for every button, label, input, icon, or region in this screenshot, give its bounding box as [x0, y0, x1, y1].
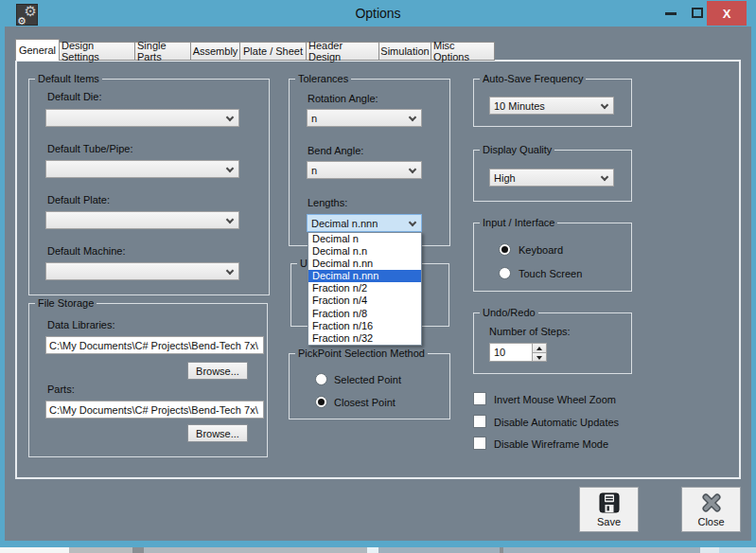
disable-wireframe-mode-checkbox[interactable]: [473, 437, 486, 450]
lengths-combobox[interactable]: Decimal n.nnn: [307, 214, 422, 232]
tab-general[interactable]: General: [15, 39, 60, 61]
close-button-label: Close: [697, 516, 724, 527]
rotation-angle-label: Rotation Angle:: [308, 93, 378, 104]
chevron-down-icon: [226, 216, 234, 223]
dropdown-option-decimal-n-nnn[interactable]: Decimal n.nnn: [308, 270, 421, 282]
steps-value: 10: [494, 347, 505, 358]
default-tube-pipe-combobox[interactable]: [45, 160, 239, 178]
group-input-interface-title: Input / Interface: [480, 217, 557, 228]
tab-single-parts[interactable]: Single Parts: [135, 42, 191, 61]
chevron-down-icon: [409, 219, 416, 226]
tab-misc-options[interactable]: Misc Options: [431, 42, 495, 61]
default-machine-combobox[interactable]: [45, 262, 239, 280]
dropdown-option-fraction-n4[interactable]: Fraction n/4: [308, 294, 421, 307]
dropdown-option-fraction-n16[interactable]: Fraction n/16: [308, 320, 421, 332]
chevron-down-icon: [601, 101, 608, 109]
window-frame: ⚙ ⚙ Options X General Design Settings Si…: [0, 0, 756, 547]
group-input-interface: Input / Interface: [473, 223, 632, 292]
lengths-label: Lengths:: [308, 197, 347, 208]
data-libraries-input[interactable]: [45, 336, 264, 354]
dropdown-option-decimal-n-n[interactable]: Decimal n.n: [308, 245, 421, 258]
selected-point-label: Selected Point: [334, 374, 401, 385]
chevron-down-icon: [226, 114, 234, 121]
lengths-dropdown-list: Decimal n Decimal n.n Decimal n.nn Decim…: [308, 232, 422, 346]
group-display-quality-title: Display Quality: [480, 144, 554, 155]
dropdown-option-decimal-n[interactable]: Decimal n: [308, 233, 421, 245]
number-of-steps-stepper[interactable]: 10: [489, 343, 547, 362]
parts-input[interactable]: [45, 401, 264, 419]
group-pickpoint: PickPoint Selection Method: [289, 353, 450, 419]
dropdown-option-fraction-n2[interactable]: Fraction n/2: [308, 282, 421, 294]
close-x-icon: [700, 491, 723, 514]
background-strip: [0, 547, 756, 553]
minimize-button[interactable]: [665, 12, 677, 15]
autosave-frequency-combobox[interactable]: 10 Minutes: [489, 97, 614, 115]
disable-wireframe-mode-label: Disable Wireframe Mode: [494, 438, 608, 450]
parts-browse-button[interactable]: Browse...: [187, 424, 248, 442]
parts-label: Parts:: [47, 384, 75, 395]
chevron-down-icon: [226, 165, 234, 172]
dropdown-option-fraction-n32[interactable]: Fraction n/32: [308, 332, 421, 345]
chevron-down-icon: [226, 267, 234, 275]
dropdown-option-decimal-n-nn[interactable]: Decimal n.nn: [308, 258, 421, 270]
save-floppy-icon: [598, 491, 621, 514]
tab-plate-sheet[interactable]: Plate / Sheet: [240, 42, 307, 61]
closest-point-radio[interactable]: [315, 396, 327, 408]
default-plate-label: Default Plate:: [47, 194, 110, 205]
keyboard-radio[interactable]: [499, 243, 511, 256]
display-quality-combobox[interactable]: High: [489, 169, 614, 187]
number-of-steps-label: Number of Steps:: [489, 326, 571, 337]
touch-screen-label: Touch Screen: [519, 268, 582, 279]
closest-point-label: Closest Point: [334, 397, 396, 408]
invert-mouse-wheel-zoom-checkbox[interactable]: [473, 392, 486, 405]
invert-mouse-wheel-zoom-label: Invert Mouse Wheel Zoom: [494, 394, 616, 405]
group-file-storage-title: File Storage: [35, 297, 97, 309]
default-tube-pipe-label: Default Tube/Pipe:: [47, 143, 133, 154]
group-pickpoint-title: PickPoint Selection Method: [295, 348, 428, 359]
chevron-down-icon: [601, 173, 608, 181]
default-plate-combobox[interactable]: [45, 211, 239, 229]
default-die-combobox[interactable]: [45, 109, 239, 127]
bend-angle-combobox[interactable]: n: [307, 161, 422, 179]
close-window-button[interactable]: X: [707, 1, 747, 26]
group-tolerances-title: Tolerances: [295, 73, 351, 84]
titlebar[interactable]: ⚙ ⚙ Options X: [0, 0, 756, 27]
data-libraries-label: Data Libraries:: [47, 319, 115, 330]
tab-strip: General Design Settings Single Parts Ass…: [15, 40, 495, 61]
chevron-down-icon: [409, 166, 416, 173]
touch-screen-radio[interactable]: [499, 267, 511, 279]
data-libraries-browse-button[interactable]: Browse...: [187, 362, 248, 380]
options-dialog: ⚙ ⚙ Options X General Design Settings Si…: [0, 0, 756, 553]
keyboard-label: Keyboard: [519, 244, 563, 256]
tab-design-settings[interactable]: Design Settings: [60, 42, 135, 61]
bend-angle-label: Bend Angle:: [308, 145, 363, 156]
default-die-label: Default Die:: [47, 91, 101, 102]
disable-automatic-updates-checkbox[interactable]: [473, 415, 486, 428]
disable-automatic-updates-label: Disable Automatic Updates: [494, 417, 619, 428]
window-title: Options: [0, 6, 756, 21]
rotation-angle-combobox[interactable]: n: [307, 109, 422, 127]
spinner-down-icon[interactable]: [533, 353, 546, 362]
dropdown-option-fraction-n8[interactable]: Fraction n/8: [308, 308, 421, 320]
group-default-items-title: Default Items: [35, 73, 102, 84]
tab-assembly[interactable]: Assembly: [191, 42, 240, 61]
save-button[interactable]: Save: [579, 487, 639, 532]
close-button[interactable]: Close: [681, 487, 741, 532]
selected-point-radio[interactable]: [315, 373, 327, 385]
group-undo-redo-title: Undo/Redo: [480, 307, 538, 318]
group-autosave-title: Auto-Save Frequency: [480, 73, 586, 84]
spinner-up-icon[interactable]: [533, 344, 546, 353]
tab-simulation[interactable]: Simulation: [379, 42, 431, 61]
save-button-label: Save: [597, 516, 621, 527]
chevron-down-icon: [409, 114, 416, 121]
default-machine-label: Default Machine:: [47, 245, 126, 257]
maximize-button[interactable]: [692, 8, 703, 18]
tab-header-design[interactable]: Header Design: [307, 42, 379, 61]
